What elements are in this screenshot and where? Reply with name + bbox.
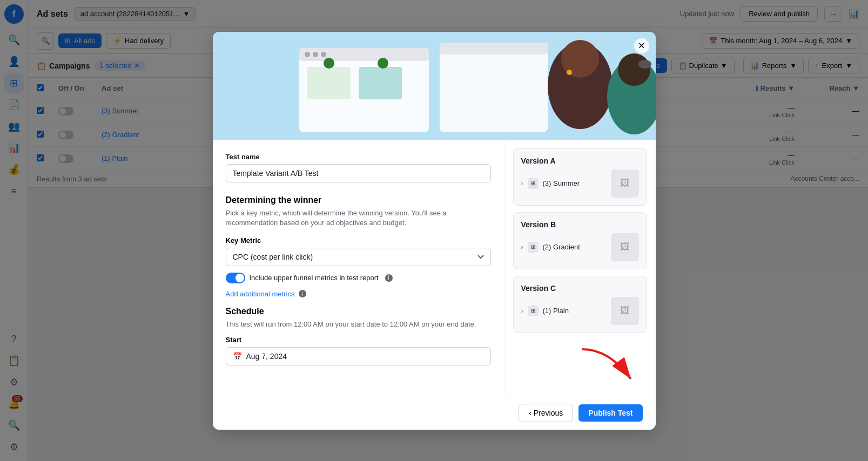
red-arrow-container bbox=[513, 344, 647, 387]
modal-right-panel: Version A › ⊞ (3) Summer 🖼 Version bbox=[504, 140, 656, 396]
version-a-title: Version A bbox=[521, 157, 639, 165]
start-date-value: Aug 7, 2024 bbox=[246, 352, 287, 361]
svg-point-4 bbox=[313, 52, 318, 57]
previous-button[interactable]: ‹ Previous bbox=[519, 404, 573, 422]
svg-point-3 bbox=[305, 52, 310, 57]
version-b-chevron[interactable]: › bbox=[521, 243, 523, 251]
upper-funnel-toggle[interactable] bbox=[226, 273, 245, 283]
upper-funnel-toggle-row: Include upper funnel metrics in test rep… bbox=[226, 273, 491, 283]
schedule-title: Schedule bbox=[226, 307, 491, 316]
start-date-input[interactable]: 📅 Aug 7, 2024 bbox=[226, 347, 491, 365]
version-c-name: (1) Plain bbox=[543, 307, 569, 315]
version-c-card: Version C › ⊞ (1) Plain 🖼 bbox=[513, 276, 647, 333]
svg-point-15 bbox=[618, 53, 650, 86]
svg-rect-8 bbox=[359, 67, 402, 99]
schedule-desc: This test will run from 12:00 AM on your… bbox=[226, 320, 491, 329]
modal-body: Test name Determining the winner Pick a … bbox=[213, 140, 656, 396]
add-metrics-link[interactable]: Add additional metrics i bbox=[226, 290, 491, 298]
version-a-item: › ⊞ (3) Summer bbox=[521, 178, 580, 189]
determining-desc: Pick a key metric, which will determine … bbox=[226, 208, 491, 228]
upper-funnel-label: Include upper funnel metrics in test rep… bbox=[250, 274, 379, 282]
modal-footer: ‹ Previous Publish Test bbox=[213, 396, 656, 430]
modal-overlay[interactable]: ✕ Test name Determining the winner Pick … bbox=[0, 0, 868, 461]
svg-point-5 bbox=[321, 52, 326, 57]
version-a-icon: ⊞ bbox=[528, 178, 539, 189]
version-c-title: Version C bbox=[521, 284, 639, 293]
version-c-icon: ⊞ bbox=[528, 306, 539, 316]
version-b-thumbnail: 🖼 bbox=[611, 233, 639, 261]
determining-title: Determining the winner bbox=[226, 195, 491, 205]
modal-header-illustration: ✕ bbox=[213, 32, 656, 140]
key-metric-label: Key Metric bbox=[226, 236, 491, 245]
add-metrics-label: Add additional metrics bbox=[226, 290, 295, 298]
version-a-thumbnail: 🖼 bbox=[611, 170, 639, 198]
svg-rect-2 bbox=[299, 48, 429, 61]
publish-test-button[interactable]: Publish Test bbox=[578, 404, 642, 422]
start-label: Start bbox=[226, 336, 491, 344]
version-a-card: Version A › ⊞ (3) Summer 🖼 bbox=[513, 148, 647, 206]
version-c-thumbnail: 🖼 bbox=[611, 297, 639, 325]
version-c-chevron[interactable]: › bbox=[521, 307, 523, 315]
modal-close-button[interactable]: ✕ bbox=[634, 38, 649, 53]
app-background: f 🔍 👤 ⊞ 📄 👥 📊 💰 ≡ ? 📋 ⚙ 🔔 66 🔍 ⚙ Ad sets… bbox=[0, 0, 868, 461]
test-name-label: Test name bbox=[226, 153, 491, 161]
version-b-name: (2) Gradient bbox=[543, 243, 580, 251]
close-icon: ✕ bbox=[638, 40, 645, 51]
modal-left-panel: Test name Determining the winner Pick a … bbox=[213, 140, 504, 396]
version-b-icon: ⊞ bbox=[528, 242, 539, 253]
prev-chevron-icon: ‹ bbox=[529, 409, 531, 417]
test-name-input[interactable] bbox=[226, 164, 491, 182]
calendar-icon-small: 📅 bbox=[233, 352, 242, 361]
version-c-item: › ⊞ (1) Plain bbox=[521, 306, 569, 316]
add-metrics-info-icon[interactable]: i bbox=[299, 290, 306, 297]
version-b-title: Version B bbox=[521, 220, 639, 229]
version-b-card: Version B › ⊞ (2) Gradient 🖼 bbox=[513, 212, 647, 269]
svg-rect-10 bbox=[440, 43, 548, 132]
version-a-name: (3) Summer bbox=[543, 179, 580, 187]
version-a-chevron[interactable]: › bbox=[521, 180, 523, 187]
svg-rect-6 bbox=[307, 67, 351, 99]
svg-point-16 bbox=[567, 70, 572, 75]
svg-rect-11 bbox=[440, 43, 548, 55]
svg-point-7 bbox=[324, 58, 334, 69]
svg-point-17 bbox=[638, 60, 651, 69]
version-b-item: › ⊞ (2) Gradient bbox=[521, 242, 580, 253]
toggle-info-icon[interactable]: i bbox=[385, 274, 393, 282]
red-arrow-svg bbox=[577, 344, 642, 387]
ab-test-modal: ✕ Test name Determining the winner Pick … bbox=[213, 32, 656, 430]
svg-point-9 bbox=[378, 58, 388, 69]
key-metric-select[interactable]: CPC (cost per link click) bbox=[226, 248, 491, 266]
